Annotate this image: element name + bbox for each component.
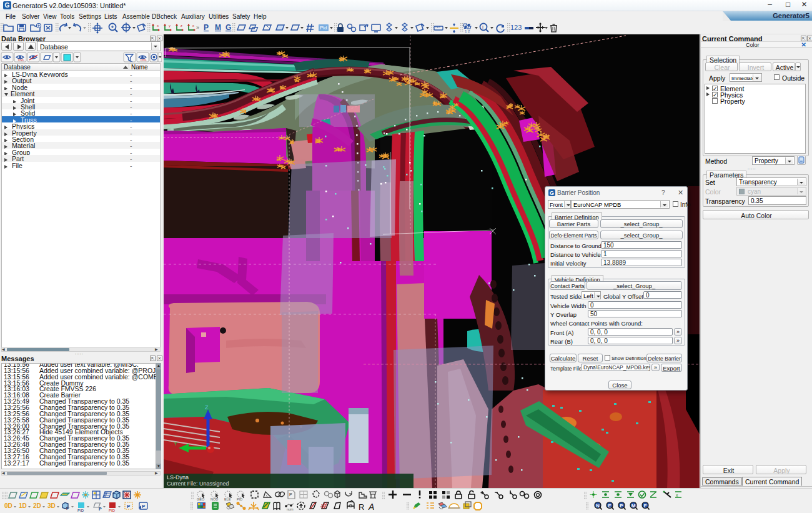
svg-text:x: x [676,493,678,497]
svg-text:P: P [66,506,69,511]
svg-text:PID: PID [237,497,242,501]
svg-text:1 2: 1 2 [465,29,470,33]
svg-text:P: P [127,504,131,509]
svg-text:A: A [368,502,374,512]
svg-text:P: P [289,492,292,497]
svg-text:z: z [181,24,182,27]
svg-text:P: P [99,507,102,511]
svg-text:y: y [169,24,171,27]
svg-text:PID: PID [77,509,84,512]
svg-text:x: x [157,24,159,27]
svg-text:OVL: OVL [141,58,147,62]
svg-text:GEO: GEO [197,497,205,501]
svg-text:F: F [644,503,647,509]
svg-text:2D: 2D [33,502,41,509]
svg-text:x: x [192,24,194,27]
svg-text:P: P [204,23,209,32]
svg-text:M: M [215,23,221,32]
svg-text:Z: Z [205,404,209,411]
svg-text:Y: Y [174,441,177,447]
svg-text:i: i [482,24,483,30]
svg-text:NOD: NOD [210,497,218,501]
svg-text:num: num [287,507,294,511]
svg-text:G: G [5,2,10,9]
svg-text:P: P [142,504,146,509]
svg-text:OVL: OVL [18,58,24,62]
svg-text:Pid: Pid [320,25,327,31]
svg-text:1D: 1D [19,502,27,509]
svg-text:Current File: Unassigned: Current File: Unassigned [167,481,229,487]
svg-text:123: 123 [510,24,522,31]
svg-text:3D: 3D [47,502,56,509]
svg-text:G: G [225,23,231,32]
svg-text:ELE: ELE [224,497,231,501]
svg-text:PID: PID [109,509,116,512]
svg-text:N: N [596,503,600,509]
svg-text:R: R [359,502,364,512]
svg-text:P: P [620,503,623,509]
svg-text:G: G [550,190,554,196]
svg-text:LS-Dyna: LS-Dyna [167,474,189,481]
svg-text:E: E [608,503,611,509]
svg-text:»: » [196,24,199,31]
svg-text:0D: 0D [4,502,12,509]
